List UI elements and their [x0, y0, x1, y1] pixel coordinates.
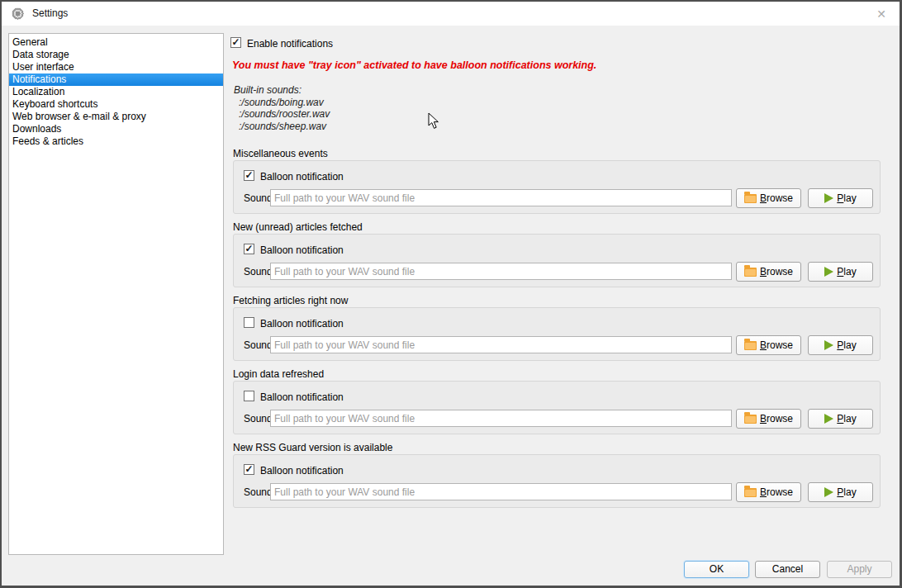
section-title-miscellaneous-events: Miscellaneous events — [233, 148, 328, 159]
section-box-fetching-articles-right-now: Balloon notificationSoundBrowsePlay — [233, 307, 881, 361]
browse-button-fetching-articles-right-now[interactable]: Browse — [736, 335, 801, 355]
sound-path-input-miscellaneous-events[interactable] — [270, 189, 732, 206]
balloon-notification-checkbox-new-rss-guard-version-is-available[interactable]: ✓ — [244, 464, 254, 475]
settings-gear-icon — [12, 7, 24, 20]
sound-label: Sound — [244, 486, 273, 498]
play-button-new-unread-articles-fetched[interactable]: Play — [808, 262, 873, 282]
play-icon — [824, 193, 833, 203]
balloon-notification-label: Balloon notification — [260, 391, 344, 403]
browse-button-new-unread-articles-fetched[interactable]: Browse — [736, 262, 801, 282]
browse-button-miscellaneous-events-label: Browse — [760, 192, 793, 204]
enable-notifications-checkbox[interactable]: ✓ — [230, 37, 241, 48]
sound-label: Sound — [244, 192, 273, 204]
section-title-new-unread-articles-fetched: New (unread) articles fetched — [233, 221, 363, 233]
sidebar-item-downloads[interactable]: Downloads — [9, 123, 223, 135]
sidebar-item-general[interactable]: General — [9, 36, 223, 49]
play-button-fetching-articles-right-now-label: Play — [837, 339, 856, 351]
play-button-login-data-refreshed[interactable]: Play — [808, 409, 873, 429]
play-button-new-unread-articles-fetched-label: Play — [837, 266, 856, 277]
builtin-sound-path: :/sounds/rooster.wav — [234, 108, 330, 121]
sidebar-item-feeds-articles[interactable]: Feeds & articles — [9, 135, 223, 148]
section-box-miscellaneous-events: ✓Balloon notificationSoundBrowsePlay — [233, 160, 881, 214]
builtin-sounds-heading: Built-in sounds: — [234, 84, 330, 97]
browse-button-login-data-refreshed[interactable]: Browse — [736, 409, 801, 429]
cancel-button[interactable]: Cancel — [755, 561, 820, 578]
apply-button: Apply — [827, 561, 892, 578]
balloon-notification-label: Balloon notification — [260, 465, 344, 477]
folder-icon — [744, 415, 757, 424]
browse-button-new-rss-guard-version-is-available-label: Browse — [760, 486, 793, 498]
section-box-new-unread-articles-fetched: ✓Balloon notificationSoundBrowsePlay — [233, 234, 881, 287]
play-icon — [824, 340, 833, 350]
browse-button-login-data-refreshed-label: Browse — [760, 413, 793, 424]
browse-button-new-rss-guard-version-is-available[interactable]: Browse — [736, 482, 801, 502]
balloon-notification-checkbox-fetching-articles-right-now[interactable] — [244, 317, 254, 328]
play-icon — [824, 487, 833, 497]
play-button-login-data-refreshed-label: Play — [837, 413, 856, 424]
balloon-notification-checkbox-login-data-refreshed[interactable] — [244, 391, 254, 401]
play-icon — [824, 267, 833, 277]
sidebar-item-keyboard-shortcuts[interactable]: Keyboard shortcuts — [9, 98, 223, 111]
balloon-notification-checkbox-miscellaneous-events[interactable]: ✓ — [244, 170, 254, 181]
folder-icon — [744, 341, 757, 350]
close-icon[interactable]: ✕ — [873, 6, 890, 22]
sound-label: Sound — [244, 413, 273, 424]
window-title: Settings — [32, 7, 68, 19]
browse-button-miscellaneous-events[interactable]: Browse — [736, 188, 801, 208]
section-box-login-data-refreshed: Balloon notificationSoundBrowsePlay — [233, 381, 881, 434]
folder-icon — [744, 194, 757, 203]
play-button-miscellaneous-events-label: Play — [837, 192, 856, 204]
ok-button[interactable]: OK — [684, 561, 749, 578]
section-title-new-rss-guard-version-is-available: New RSS Guard version is available — [233, 442, 392, 453]
enable-notifications-label: Enable notifications — [247, 38, 333, 50]
folder-icon — [744, 268, 757, 277]
sound-label: Sound — [244, 339, 273, 351]
balloon-notification-checkbox-new-unread-articles-fetched[interactable]: ✓ — [244, 244, 254, 254]
title-bar: Settings ✕ — [2, 2, 900, 26]
balloon-notification-label: Balloon notification — [260, 318, 344, 330]
sound-path-input-login-data-refreshed[interactable] — [270, 410, 732, 427]
sidebar-item-user-interface[interactable]: User interface — [9, 61, 223, 74]
play-button-new-rss-guard-version-is-available-label: Play — [837, 486, 856, 498]
sidebar-item-data-storage[interactable]: Data storage — [9, 49, 223, 61]
play-button-new-rss-guard-version-is-available[interactable]: Play — [808, 482, 873, 502]
settings-category-list[interactable]: GeneralData storageUser interfaceNotific… — [8, 33, 224, 555]
sound-path-input-new-rss-guard-version-is-available[interactable] — [270, 483, 732, 500]
settings-dialog: Settings ✕ GeneralData storageUser inter… — [2, 2, 900, 586]
section-title-fetching-articles-right-now: Fetching articles right now — [233, 295, 348, 306]
sidebar-item-web-browser-e-mail-proxy[interactable]: Web browser & e-mail & proxy — [9, 111, 223, 123]
mouse-cursor — [428, 112, 439, 130]
section-title-login-data-refreshed: Login data refreshed — [233, 368, 324, 380]
folder-icon — [744, 488, 757, 497]
browse-button-new-unread-articles-fetched-label: Browse — [760, 266, 793, 277]
builtin-sound-path: :/sounds/boing.wav — [234, 97, 330, 109]
play-button-miscellaneous-events[interactable]: Play — [808, 188, 873, 208]
play-button-fetching-articles-right-now[interactable]: Play — [808, 335, 873, 355]
balloon-notification-label: Balloon notification — [260, 244, 344, 256]
balloon-notification-label: Balloon notification — [260, 171, 344, 183]
sound-path-input-new-unread-articles-fetched[interactable] — [270, 263, 732, 280]
sound-label: Sound — [244, 266, 273, 277]
tray-icon-warning-text: You must have "tray icon" activated to h… — [232, 59, 596, 71]
sidebar-item-notifications[interactable]: Notifications — [9, 74, 223, 86]
sound-path-input-fetching-articles-right-now[interactable] — [270, 336, 732, 353]
sidebar-item-localization[interactable]: Localization — [9, 86, 223, 98]
builtin-sound-path: :/sounds/sheep.wav — [234, 121, 330, 133]
browse-button-fetching-articles-right-now-label: Browse — [760, 339, 793, 351]
builtin-sounds-block: Built-in sounds: :/sounds/boing.wav:/sou… — [234, 84, 330, 132]
section-box-new-rss-guard-version-is-available: ✓Balloon notificationSoundBrowsePlay — [233, 454, 881, 508]
play-icon — [824, 414, 833, 424]
